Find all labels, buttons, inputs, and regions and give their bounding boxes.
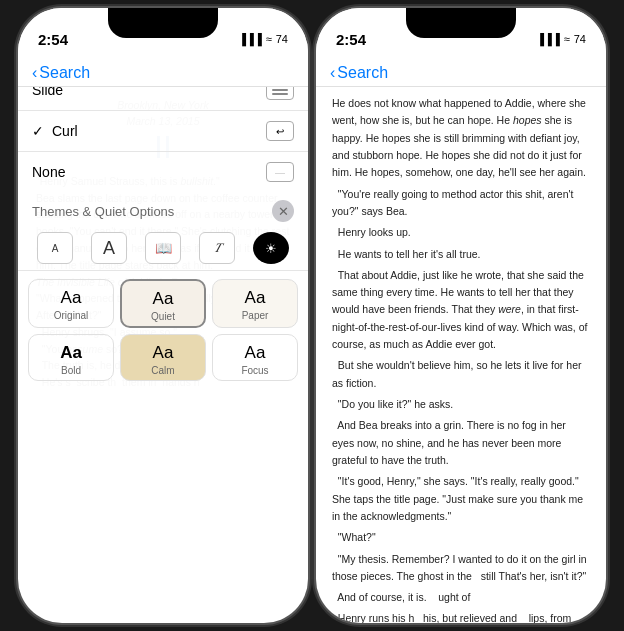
theme-focus-label: Focus (241, 365, 268, 376)
status-time-right: 2:54 (336, 31, 366, 48)
notch (108, 8, 218, 38)
theme-bold-text: Aa (60, 343, 82, 363)
nav-bar-right: ‹ Search (316, 58, 606, 87)
battery-icon-right: 74 (574, 33, 586, 45)
right-para-2: "You're really going to method actor thi… (332, 186, 590, 221)
right-para-8: And Bea breaks into a grin. There is no … (332, 417, 590, 469)
theme-quiet-text: Aa (153, 289, 174, 309)
slide-option[interactable]: Slide (18, 87, 308, 111)
book-content-left: Brooklyn, New York March 13, 2015 II "He… (18, 87, 308, 391)
notch-right (406, 8, 516, 38)
signal-icon-right: ▐▐▐ (536, 33, 559, 45)
curl-label: Curl (52, 123, 78, 139)
themes-bar: Themes & Quiet Options ✕ (18, 192, 308, 226)
curl-option[interactable]: ✓ Curl ↩ (18, 111, 308, 152)
theme-bold[interactable]: Aa Bold (28, 334, 114, 381)
phones-container: 2:54 ▐▐▐ ≈ 74 ‹ Search Brooklyn, New Yor… (18, 8, 606, 623)
right-para-3: Henry looks up. (332, 224, 590, 241)
curl-icon: ↩ (266, 121, 294, 141)
theme-paper-label: Paper (242, 310, 269, 321)
theme-paper-text: Aa (245, 288, 266, 308)
book-content-right: He does not know what happened to Addie,… (316, 87, 606, 623)
theme-calm-text: Aa (153, 343, 174, 363)
status-icons-right: ▐▐▐ ≈ 74 (536, 33, 586, 45)
checkmark-icon: ✓ (32, 123, 44, 139)
theme-grid: Aa Original Aa Quiet Aa Paper Aa Bold (18, 271, 308, 391)
nav-bar-left: ‹ Search (18, 58, 308, 87)
transition-options: Slide ✓ Curl ↩ (18, 87, 308, 192)
battery-icon: 74 (276, 33, 288, 45)
theme-original-label: Original (54, 310, 88, 321)
slide-icon (266, 87, 294, 100)
theme-original-text: Aa (61, 288, 82, 308)
wifi-icon: ≈ (266, 33, 272, 45)
right-phone: 2:54 ▐▐▐ ≈ 74 ‹ Search He does not know … (316, 8, 606, 623)
signal-icon: ▐▐▐ (238, 33, 261, 45)
theme-bold-label: Bold (61, 365, 81, 376)
right-para-12: And of course, it is. ught of (332, 589, 590, 606)
theme-quiet-label: Quiet (151, 311, 175, 322)
right-para-4: He wants to tell her it's all true. (332, 246, 590, 263)
right-para-7: "Do you like it?" he asks. (332, 396, 590, 413)
right-para-13: Henry runs his h his, but relieved and l… (332, 610, 590, 623)
slide-label: Slide (32, 87, 63, 98)
wifi-icon-right: ≈ (564, 33, 570, 45)
right-para-6: But she wouldn't believe him, so he lets… (332, 357, 590, 392)
theme-calm-label: Calm (151, 365, 174, 376)
close-button[interactable]: ✕ (272, 200, 294, 222)
theme-original[interactable]: Aa Original (28, 279, 114, 328)
right-para-11: "My thesis. Remember? I wanted to do it … (332, 551, 590, 586)
back-button-right[interactable]: ‹ Search (330, 64, 388, 82)
back-label-right: Search (337, 64, 388, 82)
font-circle-button[interactable]: ☀ (253, 232, 289, 264)
left-phone: 2:54 ▐▐▐ ≈ 74 ‹ Search Brooklyn, New Yor… (18, 8, 308, 623)
font-book-button[interactable]: 📖 (145, 232, 181, 264)
right-para-5: That about Addie, just like he wrote, th… (332, 267, 590, 354)
none-option[interactable]: None — (18, 152, 308, 192)
font-small-button[interactable]: A (37, 232, 73, 264)
status-icons-left: ▐▐▐ ≈ 74 (238, 33, 288, 45)
chevron-left-icon-right: ‹ (330, 64, 335, 82)
font-style-button[interactable]: 𝑇 (199, 232, 235, 264)
chevron-left-icon: ‹ (32, 64, 37, 82)
font-controls: A A 📖 𝑇 ☀ (18, 226, 308, 271)
themes-label: Themes & Quiet Options (32, 204, 174, 219)
theme-focus-text: Aa (245, 343, 266, 363)
overlay-panel: Slide ✓ Curl ↩ (18, 87, 308, 391)
font-large-button[interactable]: A (91, 232, 127, 264)
theme-paper[interactable]: Aa Paper (212, 279, 298, 328)
none-icon: — (266, 162, 294, 182)
theme-calm[interactable]: Aa Calm (120, 334, 206, 381)
theme-quiet[interactable]: Aa Quiet (120, 279, 206, 328)
status-time-left: 2:54 (38, 31, 68, 48)
right-para-10: "What?" (332, 529, 590, 546)
theme-focus[interactable]: Aa Focus (212, 334, 298, 381)
back-label-left: Search (39, 64, 90, 82)
right-para-9: "It's good, Henry," she says. "It's real… (332, 473, 590, 525)
back-button-left[interactable]: ‹ Search (32, 64, 90, 82)
none-label: None (32, 164, 65, 180)
right-para-1: He does not know what happened to Addie,… (332, 95, 590, 182)
